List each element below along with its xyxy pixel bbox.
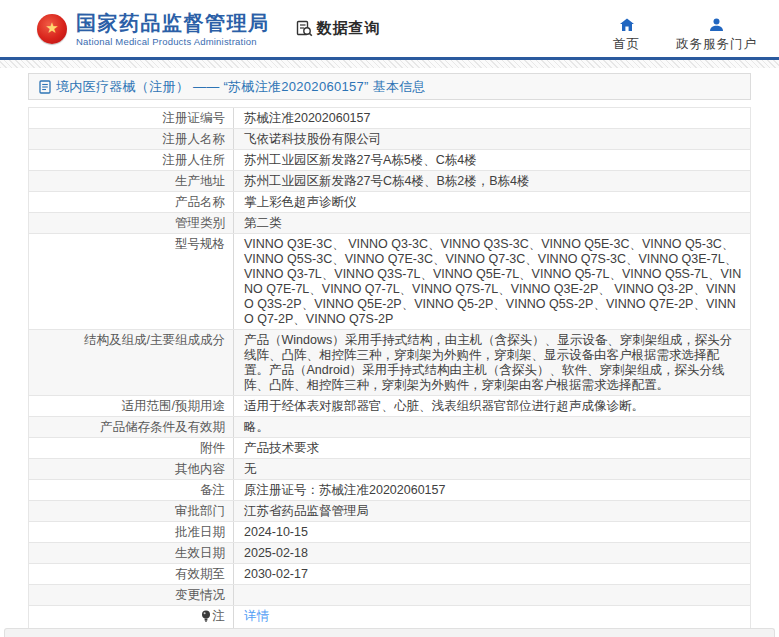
table-row-composition: 结构及组成/主要组成成分 产品（Windows）采用手持式结构，由主机（含探头）… (29, 330, 750, 396)
row-label: 变更情况 (29, 585, 234, 605)
table-row-note: 注 详情 (29, 606, 750, 630)
detail-link[interactable]: 详情 (244, 609, 269, 623)
footer-strip (4, 628, 775, 637)
row-label: 审批部门 (29, 501, 234, 521)
table-row: 其他内容 无 (29, 459, 750, 480)
nav-gov-portal-label: 政务服务门户 (676, 36, 757, 53)
row-value: 2025-02-18 (234, 543, 750, 563)
table-row: 管理类别 第二类 (29, 213, 750, 234)
org-name-en: National Medical Products Administration (76, 36, 270, 47)
row-label: 产品名称 (29, 192, 234, 212)
row-value: 掌上彩色超声诊断仪 (234, 192, 750, 212)
nav-gov-portal[interactable]: 政务服务门户 (676, 18, 757, 53)
data-query-label: 数据查询 (317, 19, 381, 38)
page: ★ 国家药品监督管理局 National Medical Products Ad… (0, 0, 779, 637)
decor-hatch-strip (0, 60, 779, 68)
table-row: 注册人名称 飞依诺科技股份有限公司 (29, 129, 750, 150)
row-label: 批准日期 (29, 522, 234, 542)
row-label: 有效期至 (29, 564, 234, 584)
row-value: 2030-02-17 (234, 564, 750, 584)
table-row: 注册人住所 苏州工业园区新发路27号A栋5楼、C栋4楼 (29, 150, 750, 171)
row-value (234, 585, 750, 605)
row-label: 注册人住所 (29, 150, 234, 170)
row-value: 产品（Windows）采用手持式结构，由主机（含探头）、显示设备、穿刺架组成，探… (234, 330, 750, 395)
table-row: 生产地址 苏州工业园区新发路27号C栋4楼、B栋2楼，B栋4楼 (29, 171, 750, 192)
table-row: 注册证编号 苏械注准20202060157 (29, 108, 750, 129)
row-label: 注 (29, 606, 234, 629)
row-value: 详情 (234, 606, 750, 629)
table-row: 批准日期 2024-10-15 (29, 522, 750, 543)
note-label-text: 注 (213, 609, 226, 624)
brand-logo[interactable]: ★ 国家药品监督管理局 National Medical Products Ad… (37, 11, 270, 47)
table-row: 审批部门 江苏省药品监督管理局 (29, 501, 750, 522)
nav-home-label: 首页 (613, 36, 640, 53)
row-label: 适用范围/预期用途 (29, 396, 234, 416)
table-row: 产品储存条件及有效期 略。 (29, 417, 750, 438)
page-title-bar: 境内医疗器械（注册） —— “苏械注准20202060157” 基本信息 (28, 73, 751, 100)
row-label: 备注 (29, 480, 234, 500)
row-value: 第二类 (234, 213, 750, 233)
document-search-icon (296, 20, 313, 37)
table-row-models: 型号规格 VINNO Q3E-3C、 VINNO Q3-3C、VINNO Q3S… (29, 234, 750, 330)
home-icon (619, 18, 635, 32)
row-label: 注册人名称 (29, 129, 234, 149)
row-value: 飞依诺科技股份有限公司 (234, 129, 750, 149)
row-label: 结构及组成/主要组成成分 (29, 330, 234, 395)
table-row: 附件 产品技术要求 (29, 438, 750, 459)
row-value: 苏州工业园区新发路27号A栋5楼、C栋4楼 (234, 150, 750, 170)
table-row: 备注 原注册证号：苏械注准20202060157 (29, 480, 750, 501)
top-nav: 首页 政务服务门户 (613, 18, 765, 53)
table-row: 产品名称 掌上彩色超声诊断仪 (29, 192, 750, 213)
row-value: 产品技术要求 (234, 438, 750, 458)
national-emblem-icon: ★ (37, 14, 67, 44)
row-label: 生效日期 (29, 543, 234, 563)
row-label: 其他内容 (29, 459, 234, 479)
row-label: 产品储存条件及有效期 (29, 417, 234, 437)
org-name-cn: 国家药品监督管理局 (76, 11, 270, 35)
brand-text: 国家药品监督管理局 National Medical Products Admi… (76, 11, 270, 47)
data-query-link[interactable]: 数据查询 (296, 19, 381, 38)
nav-home[interactable]: 首页 (613, 18, 640, 53)
document-icon (39, 80, 51, 94)
bulb-icon (201, 610, 211, 623)
star-icon: ★ (45, 20, 58, 35)
row-value: 江苏省药品监督管理局 (234, 501, 750, 521)
table-row: 生效日期 2025-02-18 (29, 543, 750, 564)
row-label: 型号规格 (29, 234, 234, 329)
row-label: 附件 (29, 438, 234, 458)
row-value: 适用于经体表对腹部器官、心脏、浅表组织器官部位进行超声成像诊断。 (234, 396, 750, 416)
person-icon (709, 18, 724, 32)
row-value: 略。 (234, 417, 750, 437)
row-value: VINNO Q3E-3C、 VINNO Q3-3C、VINNO Q3S-3C、V… (234, 234, 750, 329)
row-label: 管理类别 (29, 213, 234, 233)
row-value: 原注册证号：苏械注准20202060157 (234, 480, 750, 500)
site-header: ★ 国家药品监督管理局 National Medical Products Ad… (0, 0, 779, 57)
row-label: 注册证编号 (29, 108, 234, 128)
row-value: 2024-10-15 (234, 522, 750, 542)
table-row: 有效期至 2030-02-17 (29, 564, 750, 585)
table-row: 变更情况 (29, 585, 750, 606)
row-value: 苏械注准20202060157 (234, 108, 750, 128)
page-title: 境内医疗器械（注册） —— “苏械注准20202060157” 基本信息 (56, 78, 426, 96)
row-value: 无 (234, 459, 750, 479)
row-label: 生产地址 (29, 171, 234, 191)
row-value: 苏州工业园区新发路27号C栋4楼、B栋2楼，B栋4楼 (234, 171, 750, 191)
info-table: 注册证编号 苏械注准20202060157 注册人名称 飞依诺科技股份有限公司 … (28, 107, 751, 630)
table-row: 适用范围/预期用途 适用于经体表对腹部器官、心脏、浅表组织器官部位进行超声成像诊… (29, 396, 750, 417)
